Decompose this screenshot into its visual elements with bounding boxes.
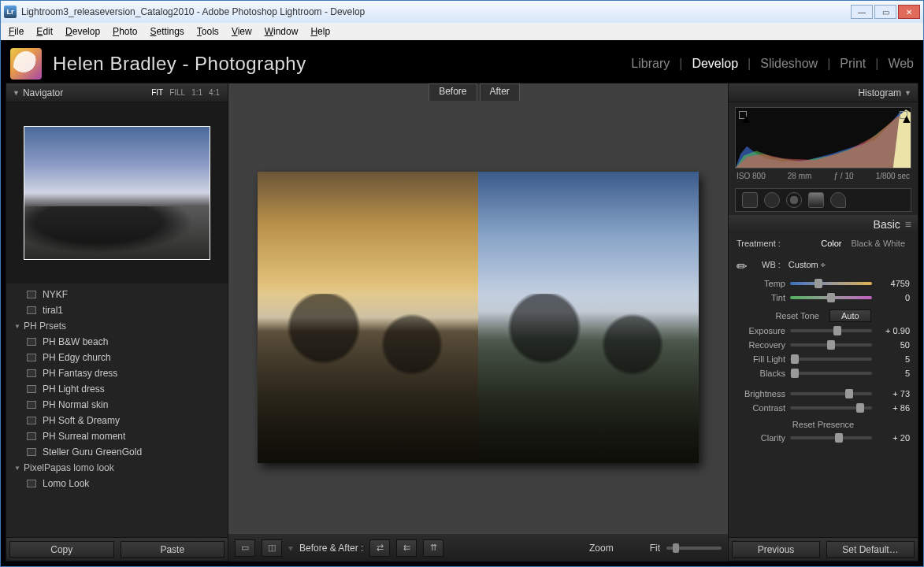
blacks-slider[interactable]	[790, 372, 872, 375]
menu-tools[interactable]: Tools	[192, 24, 224, 39]
preset-item[interactable]: PH Soft & Dreamy	[6, 413, 228, 428]
copy-after-button[interactable]: ⇈	[423, 539, 443, 557]
wb-dropper-icon[interactable]: ✎	[733, 252, 757, 276]
menu-settings[interactable]: Settings	[145, 24, 188, 39]
menu-help[interactable]: Help	[306, 24, 335, 39]
auto-button[interactable]: Auto	[829, 309, 871, 322]
spot-tool-icon[interactable]	[764, 192, 780, 208]
zoom-4to1[interactable]: 4:1	[207, 87, 221, 98]
image-area[interactable]	[228, 101, 728, 533]
brush-tool-icon[interactable]	[830, 192, 846, 208]
menu-develop[interactable]: Develop	[61, 24, 105, 39]
recovery-value[interactable]: 50	[877, 340, 910, 350]
brightness-slider[interactable]	[790, 392, 872, 395]
fill-light-slider[interactable]	[790, 358, 872, 361]
clarity-value[interactable]: + 20	[877, 433, 910, 443]
reset-presence-label[interactable]: Reset Presence	[792, 420, 854, 429]
collapse-icon: ▼	[13, 89, 20, 97]
histogram-chart[interactable]: ▲ ▲	[735, 107, 911, 169]
preset-item[interactable]: PH B&W beach	[6, 334, 228, 350]
preset-icon	[27, 306, 36, 314]
module-print[interactable]: Print	[840, 57, 866, 71]
treatment-color[interactable]: Color	[816, 239, 846, 248]
reset-tone-label[interactable]: Reset Tone	[775, 311, 818, 321]
zoom-fill[interactable]: FILL	[168, 87, 187, 98]
module-develop[interactable]: Develop	[692, 57, 738, 71]
preset-icon	[27, 291, 36, 298]
treatment-bw[interactable]: Black & White	[847, 239, 910, 248]
temp-value[interactable]: 4759	[877, 279, 910, 288]
preset-item[interactable]: tiral1	[6, 302, 228, 318]
menu-view[interactable]: View	[227, 24, 257, 39]
loupe-view-button[interactable]: ▭	[235, 539, 255, 557]
app-icon: Lr	[4, 6, 17, 18]
tint-slider[interactable]	[790, 296, 872, 299]
grad-filter-tool-icon[interactable]	[808, 192, 824, 208]
module-slideshow[interactable]: Slideshow	[760, 57, 818, 71]
swap-button[interactable]: ⇄	[369, 539, 390, 557]
previous-button[interactable]: Previous	[732, 541, 820, 558]
tool-strip	[735, 188, 911, 212]
navigator-thumbnail	[24, 126, 210, 260]
close-button[interactable]: ✕	[898, 5, 920, 19]
before-after-view-button[interactable]: ◫	[262, 539, 282, 557]
preset-item[interactable]: PH Fantasy dress	[6, 365, 228, 381]
brightness-value[interactable]: + 73	[877, 389, 910, 398]
redeye-tool-icon[interactable]	[786, 192, 802, 208]
preset-item[interactable]: Lomo Look	[6, 476, 228, 491]
preset-item[interactable]: PH Light dress	[6, 381, 228, 397]
menu-window[interactable]: Window	[260, 24, 303, 39]
treatment-label: Treatment :	[737, 239, 781, 248]
minimize-button[interactable]: —	[851, 5, 873, 19]
exposure-slider[interactable]	[790, 329, 872, 332]
menu-edit[interactable]: Edit	[32, 24, 58, 39]
menu-photo[interactable]: Photo	[108, 24, 142, 39]
navigator-preview[interactable]	[6, 102, 228, 284]
contrast-slider[interactable]	[790, 406, 872, 410]
fill-light-value[interactable]: 5	[877, 354, 910, 364]
clarity-slider[interactable]	[790, 436, 872, 439]
clip-shadows-icon[interactable]: ▲	[739, 111, 747, 119]
wb-value[interactable]: Custom ÷	[789, 260, 826, 269]
preset-icon	[27, 417, 36, 424]
zoom-1to1[interactable]: 1:1	[190, 87, 204, 98]
crop-tool-icon[interactable]	[742, 192, 758, 208]
blacks-value[interactable]: 5	[877, 369, 910, 378]
preset-group[interactable]: ▼PH Prsets	[6, 318, 228, 334]
tint-label: Tint	[737, 293, 785, 302]
preset-item[interactable]: PH Normal skin	[6, 397, 228, 413]
preset-item[interactable]: NYKF	[6, 287, 228, 302]
preset-item[interactable]: PH Surreal moment	[6, 428, 228, 444]
brightness-label: Brightness	[737, 389, 785, 398]
preset-item[interactable]: Steller Guru GreenGold	[6, 444, 228, 460]
module-library[interactable]: Library	[631, 57, 670, 71]
presets-panel[interactable]: NYKFtiral1▼PH PrsetsPH B&W beachPH Edgy …	[6, 284, 228, 537]
exposure-value[interactable]: + 0.90	[877, 326, 910, 335]
copy-before-button[interactable]: ⇇	[396, 539, 417, 557]
contrast-value[interactable]: + 86	[877, 403, 910, 413]
module-web[interactable]: Web	[888, 57, 914, 71]
before-after-label: Before & After :	[299, 543, 363, 554]
recovery-slider[interactable]	[790, 343, 872, 346]
maximize-button[interactable]: ▭	[874, 5, 896, 19]
histogram-header[interactable]: Histogram ▼	[729, 83, 918, 102]
exposure-label: Exposure	[737, 326, 785, 335]
zoom-fit[interactable]: FIT	[150, 87, 165, 98]
preset-icon	[27, 354, 36, 361]
zoom-slider[interactable]	[666, 547, 722, 550]
navigator-header[interactable]: ▼ Navigator FIT FILL 1:1 4:1	[6, 83, 228, 102]
copy-button[interactable]: Copy	[9, 541, 114, 558]
menu-file[interactable]: File	[4, 24, 28, 39]
clip-highlights-icon[interactable]: ▲	[900, 111, 907, 119]
histo-shutter: 1/800 sec	[876, 172, 910, 180]
tint-value[interactable]: 0	[877, 293, 910, 302]
preset-group[interactable]: ▼PixelPapas lomo look	[6, 460, 228, 476]
paste-button[interactable]: Paste	[121, 541, 225, 558]
temp-slider[interactable]	[790, 282, 872, 285]
set-default-button[interactable]: Set Default…	[826, 541, 915, 558]
contrast-label: Contrast	[737, 403, 785, 413]
preset-item[interactable]: PH Edgy church	[6, 350, 228, 365]
window-title: Lightroom3_releaseversion_Catalog2010 - …	[21, 6, 851, 17]
basic-panel-header[interactable]: Basic ≡	[729, 215, 918, 234]
blacks-label: Blacks	[737, 369, 785, 378]
